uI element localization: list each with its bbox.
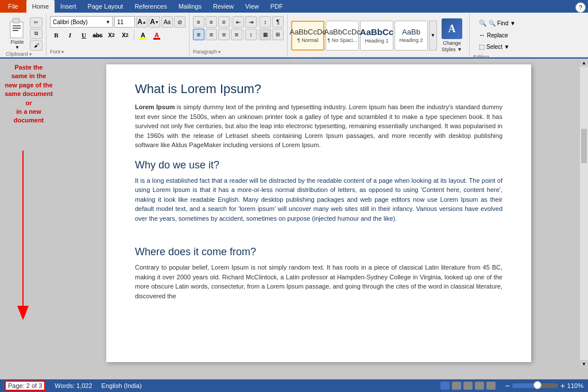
bullets-button[interactable]: ≡ [193,16,204,28]
font-color-button[interactable]: A [150,29,163,41]
full-reading-button[interactable] [452,382,461,390]
find-button[interactable]: 🔍 🔍 Find ▼ [477,18,518,28]
tab-mailings[interactable]: Mailings [173,0,207,13]
font-grow-button[interactable]: A▲ [136,16,148,28]
para1-bold: Lorem Ipsum [135,103,175,110]
increase-indent-button[interactable]: ⇥ [245,16,257,28]
show-hide-button[interactable]: ¶ [272,16,284,28]
annotation-arrow [11,151,46,323]
select-button[interactable]: ⬚ Select ▼ [477,42,518,52]
web-layout-button[interactable] [463,382,473,390]
clipboard-group: Paste ▼ ✂ ⧉ 🖌 Clipboard ▾ [2,14,47,56]
draft-view-button[interactable] [486,382,496,390]
style-no-spacing[interactable]: AaBbCcDc ¶ No Spaci... [326,21,359,51]
scroll-down-button[interactable]: ▼ [580,360,588,368]
paste-button[interactable]: Paste ▼ [6,16,29,51]
align-center-button[interactable]: ≡ [206,29,217,40]
tab-insert[interactable]: Insert [55,0,82,13]
outline-view-button[interactable] [475,382,484,390]
svg-rect-1 [13,18,20,23]
print-layout-button[interactable] [440,382,450,390]
status-bar: Page: 2 of 3 Words: 1,022 English (India… [0,379,588,392]
svg-marker-6 [17,306,29,320]
tab-page-layout[interactable]: Page Layout [82,0,129,13]
language-indicator: English (India) [102,382,142,389]
style-heading1[interactable]: AaBbCc Heading 1 [360,21,393,51]
styles-scroll-button[interactable]: ▼ [429,21,437,51]
ribbon: Paste ▼ ✂ ⧉ 🖌 Clipboard ▾ Calibri (Body)… [0,13,588,57]
strikethrough-button[interactable]: abc [91,29,104,41]
tab-file[interactable]: File [0,0,26,13]
styles-group: AaBbCcDc ¶ Normal AaBbCcDc ¶ No Spaci...… [288,14,470,56]
scrollbar-track[interactable]: ▲ ▼ [580,59,588,368]
scrollbar-thumb[interactable] [581,129,587,163]
border-button[interactable]: ⊞ [272,29,284,40]
help-button[interactable]: ? [575,2,586,13]
line-spacing-button[interactable]: ↕ [245,29,257,40]
decrease-indent-button[interactable]: ⇤ [233,16,244,28]
view-buttons [440,382,496,390]
bold-button[interactable]: B [50,29,63,41]
tab-references[interactable]: References [129,0,172,13]
paragraph-group: ≡ ≡ ≡ ⇤ ⇥ ↕ ¶ ≡ ≡ ≡ ≡ ↕ ▦ ⊞ [189,14,288,56]
font-name-selector[interactable]: Calibri (Body) ▼ [50,16,113,28]
annotation-panel: Paste the same in the new page of the sa… [0,59,57,368]
numbering-button[interactable]: ≡ [206,16,217,28]
document-para1: Lorem Ipsum is simply dummy text of the … [135,102,502,150]
multilevel-list-button[interactable]: ≡ [218,16,230,28]
subscript-button[interactable]: X2 [105,29,118,41]
change-styles-label: ChangeStyles ▼ [442,40,462,53]
style-normal[interactable]: AaBbCcDc ¶ Normal [291,21,324,51]
shading-button[interactable]: ▦ [260,29,271,40]
align-left-button[interactable]: ≡ [193,29,204,40]
superscript-button[interactable]: X2 [119,29,131,41]
tab-view[interactable]: View [239,0,265,13]
annotation-text: Paste the same in the new page of the sa… [5,63,53,125]
replace-button[interactable]: ↔ Replace [477,30,518,40]
format-painter-button[interactable]: 🖌 [30,40,42,51]
document-page: What is Lorem Ipsum? Lorem Ipsum is simp… [106,64,531,362]
document-heading1: What is Lorem Ipsum? [135,82,502,97]
cut-button[interactable]: ✂ [30,17,42,28]
svg-rect-2 [13,25,21,26]
copy-button[interactable]: ⧉ [30,29,42,39]
editing-group: 🔍 🔍 Find ▼ ↔ Replace ⬚ Select ▼ Editing [470,14,525,56]
scroll-up-button[interactable]: ▲ [580,59,588,67]
italic-button[interactable]: I [64,29,76,41]
font-shrink-button[interactable]: A▼ [149,16,160,28]
divider3 [243,29,244,40]
document-heading3: Where does it come from? [135,246,502,258]
text-highlight-button[interactable]: A [137,29,149,41]
tab-pdf[interactable]: PDF [265,0,289,13]
change-case-button[interactable]: Aa [161,16,173,28]
status-bar-right: − + 110% [440,381,583,390]
clear-formatting-button[interactable]: ⊘ [174,16,185,28]
zoom-control: − + 110% [505,381,583,390]
divider [231,17,231,27]
divider [134,30,134,40]
underline-button[interactable]: U [78,29,90,41]
align-right-button[interactable]: ≡ [218,29,230,40]
clipboard-label: Clipboard ▾ [6,51,42,57]
zoom-thumb[interactable] [533,381,541,389]
tab-home[interactable]: Home [26,0,55,13]
change-styles-button[interactable]: A ChangeStyles ▼ [438,16,466,55]
spacer [135,223,502,237]
font-size-selector[interactable]: 11 [114,16,135,28]
sort-button[interactable]: ↕ [260,16,271,28]
zoom-out-button[interactable]: − [505,381,509,390]
clipboard-small-buttons: ✂ ⧉ 🖌 [30,17,42,51]
page-indicator: Page: 2 of 3 [5,381,45,391]
document-para2: It is a long established fact that a rea… [135,176,502,224]
main-area: Paste the same in the new page of the sa… [0,59,588,368]
tab-review[interactable]: Review [207,0,239,13]
svg-rect-3 [13,28,21,29]
document-container: What is Lorem Ipsum? Lorem Ipsum is simp… [57,59,580,368]
para1-text: is simply dummy text of the printing and… [135,103,502,148]
word-count: Words: 1,022 [55,382,92,389]
scrollbar-area: ▲ ▼ [580,59,588,368]
justify-button[interactable]: ≡ [231,29,242,40]
zoom-slider[interactable] [512,383,558,388]
style-heading2[interactable]: AaBb Heading 2 [394,21,428,51]
zoom-in-button[interactable]: + [560,381,565,390]
